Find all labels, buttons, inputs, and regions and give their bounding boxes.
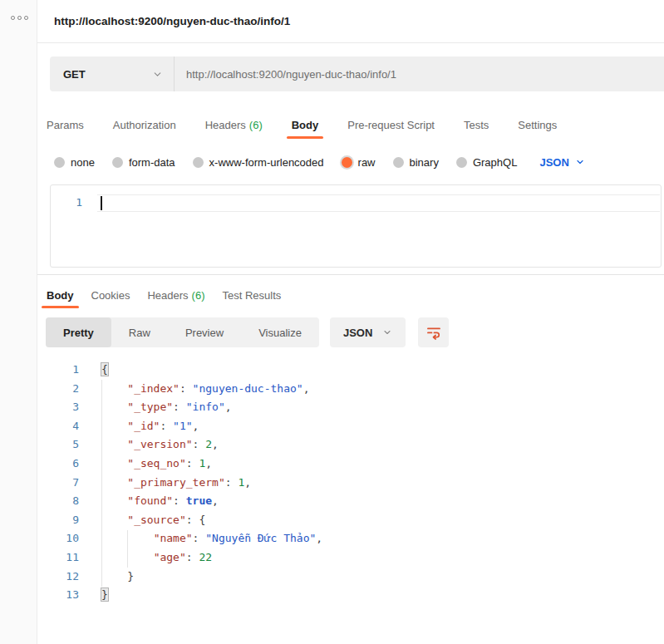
response-tab-body[interactable]: Body bbox=[46, 283, 75, 308]
line-content: } bbox=[79, 568, 134, 587]
raw-language-label: JSON bbox=[539, 156, 568, 169]
tab-label: Settings bbox=[518, 119, 557, 131]
wrap-lines-button[interactable] bbox=[418, 317, 449, 347]
body-mode-label: none bbox=[71, 156, 95, 169]
request-body-editor[interactable]: 1 bbox=[50, 184, 662, 268]
body-mode-label: GraphQL bbox=[473, 156, 517, 169]
code-line: 4 "_id": "1", bbox=[37, 417, 664, 436]
radio-selected-icon bbox=[342, 157, 352, 168]
response-format-label: JSON bbox=[343, 327, 372, 339]
radio-icon bbox=[393, 157, 404, 168]
view-visualize[interactable]: Visualize bbox=[241, 317, 319, 347]
line-content: "age": 22 bbox=[79, 548, 212, 568]
request-tab-title: http://localhost:9200/nguyen-duc-thao/in… bbox=[54, 15, 290, 27]
code-line: 11 "age": 22 bbox=[37, 548, 664, 568]
request-tab-tests[interactable]: Tests bbox=[463, 111, 489, 139]
line-number: 4 bbox=[37, 417, 79, 436]
code-line: 7 "_primary_term": 1, bbox=[37, 474, 664, 493]
raw-language-dropdown[interactable]: JSON bbox=[539, 156, 584, 169]
radio-icon bbox=[193, 157, 204, 168]
line-number: 13 bbox=[37, 586, 79, 605]
request-tab-params[interactable]: Params bbox=[46, 111, 85, 139]
view-raw[interactable]: Raw bbox=[111, 317, 168, 347]
tab-count-badge: (6) bbox=[249, 119, 263, 131]
body-mode-none[interactable]: none bbox=[54, 156, 95, 169]
active-tab-underline bbox=[287, 136, 324, 139]
wrap-lines-icon bbox=[425, 324, 442, 341]
line-number: 5 bbox=[37, 435, 79, 455]
body-mode-radios: noneform-datax-www-form-urlencodedrawbin… bbox=[54, 150, 661, 174]
request-tab-authorization[interactable]: Authorization bbox=[112, 111, 177, 139]
view-preview[interactable]: Preview bbox=[168, 317, 241, 347]
tab-label: Body bbox=[47, 289, 74, 302]
response-tabs: BodyCookiesHeaders(6)Test Results bbox=[46, 283, 282, 308]
body-mode-label: binary bbox=[410, 156, 439, 169]
line-number: 11 bbox=[37, 548, 79, 568]
line-number: 8 bbox=[37, 492, 79, 511]
code-line: 5 "_version": 2, bbox=[37, 435, 664, 455]
radio-icon bbox=[456, 157, 467, 168]
body-mode-form-data[interactable]: form-data bbox=[112, 156, 175, 169]
response-tab-test-results[interactable]: Test Results bbox=[222, 283, 283, 308]
request-tab-body[interactable]: Body bbox=[291, 111, 320, 139]
chevron-down-icon bbox=[575, 157, 585, 167]
code-line: 2 "_index": "nguyen-duc-thao", bbox=[37, 380, 664, 399]
indent-guide bbox=[101, 380, 102, 587]
chevron-down-icon bbox=[382, 327, 392, 337]
response-format-dropdown[interactable]: JSON bbox=[330, 317, 406, 347]
radio-icon bbox=[112, 157, 123, 168]
response-tab-headers[interactable]: Headers(6) bbox=[146, 283, 205, 308]
body-mode-graphql[interactable]: GraphQL bbox=[456, 156, 517, 169]
body-mode-raw[interactable]: raw bbox=[342, 156, 376, 169]
postman-window: http://localhost:9200/nguyen-duc-thao/in… bbox=[0, 0, 664, 644]
request-tab-header[interactable]: http://localhost:9200/nguyen-duc-thao/in… bbox=[37, 0, 664, 43]
response-tab-cookies[interactable]: Cookies bbox=[91, 283, 131, 308]
method-label: GET bbox=[63, 68, 86, 81]
method-dropdown[interactable]: GET bbox=[50, 57, 175, 91]
tab-label: Pre-request Script bbox=[347, 119, 435, 131]
indent-guide bbox=[127, 530, 128, 568]
body-mode-label: x-www-form-urlencoded bbox=[209, 156, 324, 169]
request-tab-headers[interactable]: Headers(6) bbox=[204, 111, 263, 139]
tab-label: Authorization bbox=[113, 119, 176, 131]
line-content: "name": "Nguyễn Đức Thảo", bbox=[79, 529, 322, 548]
response-controls: PrettyRawPreviewVisualize JSON bbox=[46, 317, 449, 347]
line-content: "_primary_term": 1, bbox=[79, 474, 251, 493]
radio-icon bbox=[54, 157, 65, 168]
url-value: http://localhost:9200/nguyen-duc-thao/in… bbox=[186, 68, 396, 81]
line-number: 7 bbox=[37, 474, 79, 493]
response-view-switcher: PrettyRawPreviewVisualize bbox=[46, 317, 319, 347]
line-number: 10 bbox=[37, 529, 79, 548]
code-line: 1{ bbox=[37, 361, 664, 380]
request-tab-settings[interactable]: Settings bbox=[517, 111, 558, 139]
request-tab-pre-request-script[interactable]: Pre-request Script bbox=[347, 111, 435, 139]
code-line: 10 "name": "Nguyễn Đức Thảo", bbox=[37, 529, 664, 548]
tab-label: Test Results bbox=[223, 289, 282, 302]
response-body-viewer: 1{2 "_index": "nguyen-duc-thao",3 "_type… bbox=[37, 359, 664, 644]
code-line: 12 } bbox=[37, 568, 664, 587]
line-number: 6 bbox=[37, 455, 79, 474]
tab-label: Tests bbox=[464, 119, 489, 131]
body-mode-binary[interactable]: binary bbox=[393, 156, 439, 169]
line-content: "_version": 2, bbox=[79, 435, 219, 455]
code-line: 9 "_source": { bbox=[37, 511, 664, 530]
tab-label: Body bbox=[292, 119, 319, 131]
tab-label: Params bbox=[47, 119, 84, 131]
body-mode-label: raw bbox=[358, 156, 376, 169]
line-content: "_seq_no": 1, bbox=[79, 455, 212, 474]
code-line: 13} bbox=[37, 586, 664, 605]
left-rail bbox=[0, 0, 37, 644]
more-options-icon[interactable] bbox=[11, 16, 28, 20]
line-number: 9 bbox=[37, 511, 79, 530]
line-content: "_source": { bbox=[79, 511, 205, 530]
url-input[interactable]: http://localhost:9200/nguyen-duc-thao/in… bbox=[175, 57, 664, 91]
line-number: 2 bbox=[37, 380, 79, 399]
line-number: 3 bbox=[37, 398, 79, 417]
editor-text-cursor bbox=[101, 196, 102, 210]
tab-count-badge: (6) bbox=[192, 289, 205, 302]
chevron-down-icon bbox=[152, 69, 163, 80]
view-pretty[interactable]: Pretty bbox=[46, 317, 111, 347]
line-number: 1 bbox=[37, 361, 79, 380]
body-mode-x-www-form-urlencoded[interactable]: x-www-form-urlencoded bbox=[193, 156, 324, 169]
tab-label: Cookies bbox=[91, 289, 130, 302]
